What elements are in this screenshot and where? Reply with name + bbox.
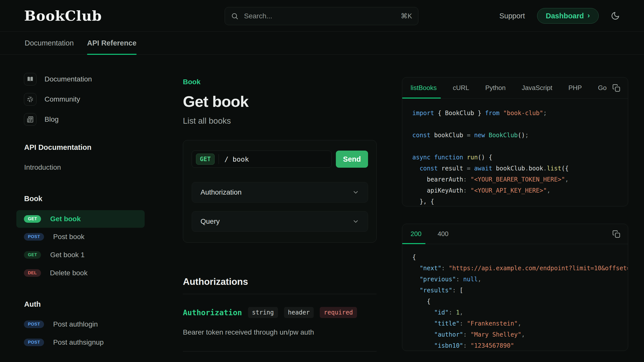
sidebar-item-blog[interactable]: Blog bbox=[16, 109, 145, 129]
dropdown-label: Authorization bbox=[200, 188, 242, 196]
sidebar-item-label: Post book bbox=[53, 233, 85, 241]
method-pill: GET bbox=[24, 215, 41, 223]
required-badge: required bbox=[320, 307, 357, 318]
copy-response-button[interactable] bbox=[612, 230, 620, 238]
sidebar-item-documentation[interactable]: Documentation bbox=[16, 69, 145, 89]
response-json: { "next": "https://api.example.com/endpo… bbox=[402, 244, 628, 351]
slack-icon bbox=[27, 96, 33, 103]
divider bbox=[183, 351, 377, 351]
icon-box bbox=[24, 73, 36, 85]
copy-icon bbox=[612, 84, 620, 92]
sidebar-section-title: Auth bbox=[16, 299, 145, 309]
book-open-icon bbox=[27, 76, 34, 83]
divider bbox=[219, 154, 219, 164]
sidebar-item-label: Get book 1 bbox=[50, 251, 85, 259]
sidebar-item-get-book-1[interactable]: GET Get book 1 bbox=[16, 249, 145, 261]
icon-box bbox=[24, 113, 36, 126]
sidebar-item-label: Community bbox=[45, 95, 80, 103]
search-shortcut: ⌘K bbox=[401, 12, 412, 20]
sidebar-item-get-book[interactable]: GET Get book bbox=[16, 210, 145, 228]
search-input[interactable]: Search... ⌘K bbox=[225, 7, 418, 25]
sidebar-item-introduction[interactable]: Introduction bbox=[16, 161, 145, 174]
code-tab-curl[interactable]: cURL bbox=[453, 77, 469, 98]
sidebar-section-title: Book bbox=[16, 194, 145, 204]
search-placeholder: Search... bbox=[244, 12, 401, 20]
copy-code-button[interactable] bbox=[612, 84, 620, 92]
chevron-down-icon bbox=[352, 189, 359, 196]
code-tab-python[interactable]: Python bbox=[485, 77, 506, 98]
theme-toggle-button[interactable] bbox=[611, 11, 620, 20]
response-tab-200[interactable]: 200 bbox=[411, 224, 421, 244]
param-description: Bearer token received through un/pw auth bbox=[183, 328, 314, 336]
method-pill: POST bbox=[24, 339, 44, 346]
send-button[interactable]: Send bbox=[336, 151, 368, 168]
response-status-tabs: 200 400 bbox=[402, 224, 628, 244]
authorization-param-row: Authorization string header required bbox=[183, 306, 357, 319]
newspaper-icon bbox=[27, 116, 33, 123]
api-playground: GET / book Send Authorization Query bbox=[183, 140, 377, 243]
endpoint-path: / book bbox=[224, 155, 249, 163]
tab-api-reference[interactable]: API Reference bbox=[87, 32, 137, 55]
code-block: import { BookClub } from "book-club"; co… bbox=[402, 99, 628, 206]
code-language-tabs: listBooks cURL Python JavaScript PHP Go bbox=[402, 77, 628, 99]
sidebar-item-label: Get book bbox=[50, 215, 80, 223]
authorization-dropdown[interactable]: Authorization bbox=[192, 182, 368, 203]
sidebar-item-label: Documentation bbox=[45, 75, 92, 83]
app-logo[interactable]: BookClub bbox=[24, 8, 102, 24]
code-tab-javascript[interactable]: JavaScript bbox=[522, 77, 552, 98]
page-title: Get book bbox=[183, 93, 249, 110]
type-badge: string bbox=[248, 307, 278, 318]
dropdown-label: Query bbox=[200, 217, 220, 225]
sidebar-item-label: Post authsignup bbox=[53, 338, 104, 346]
method-pill: POST bbox=[24, 321, 44, 328]
sidebar-item-delete-book[interactable]: DEL Delete book bbox=[16, 267, 145, 279]
code-example-panel: listBooks cURL Python JavaScript PHP Go … bbox=[402, 77, 628, 206]
method-pill: POST bbox=[24, 233, 44, 241]
icon-box bbox=[24, 93, 36, 106]
code-tab-listbooks[interactable]: listBooks bbox=[411, 77, 437, 98]
code-tab-php[interactable]: PHP bbox=[568, 77, 582, 98]
sidebar-item-post-book[interactable]: POST Post book bbox=[16, 231, 145, 243]
page-subtitle: List all books bbox=[183, 116, 231, 126]
authorizations-heading: Authorizations bbox=[183, 277, 248, 287]
query-dropdown[interactable]: Query bbox=[192, 211, 368, 232]
sidebar-item-label: Blog bbox=[45, 115, 59, 123]
divider bbox=[183, 294, 377, 294]
header: BookClub Search... ⌘K Support Dashboard … bbox=[0, 0, 644, 32]
sidebar: Documentation Community Blog API Documen… bbox=[16, 69, 145, 349]
sidebar-item-label: Delete book bbox=[50, 269, 88, 277]
sidebar-item-post-authsignup[interactable]: POST Post authsignup bbox=[16, 336, 145, 349]
response-panel: 200 400 { "next": "https://api.example.c… bbox=[402, 224, 628, 351]
sidebar-item-label: Post authlogin bbox=[53, 320, 98, 328]
header-actions: Support Dashboard › bbox=[499, 0, 620, 32]
endpoint-input[interactable]: GET / book bbox=[192, 151, 332, 168]
method-badge: GET bbox=[196, 154, 215, 165]
sidebar-item-community[interactable]: Community bbox=[16, 89, 145, 109]
location-badge: header bbox=[284, 307, 314, 318]
category-label: Book bbox=[183, 78, 200, 86]
code-tab-go[interactable]: Go bbox=[598, 77, 607, 98]
tab-documentation[interactable]: Documentation bbox=[25, 32, 74, 55]
search-icon bbox=[231, 12, 238, 20]
sidebar-item-post-authlogin[interactable]: POST Post authlogin bbox=[16, 318, 145, 331]
response-tab-400[interactable]: 400 bbox=[437, 224, 448, 244]
chevron-down-icon bbox=[352, 218, 359, 225]
sidebar-section-title: API Documentation bbox=[16, 142, 145, 152]
moon-icon bbox=[611, 11, 620, 20]
dashboard-button[interactable]: Dashboard › bbox=[537, 8, 599, 24]
method-pill: GET bbox=[24, 251, 41, 259]
primary-tabbar: Documentation API Reference bbox=[0, 32, 644, 55]
support-link[interactable]: Support bbox=[499, 12, 525, 20]
chevron-right-icon: › bbox=[587, 12, 590, 19]
dashboard-label: Dashboard bbox=[546, 12, 584, 20]
copy-icon bbox=[612, 230, 620, 238]
method-pill: DEL bbox=[24, 269, 41, 277]
param-name: Authorization bbox=[183, 308, 242, 317]
